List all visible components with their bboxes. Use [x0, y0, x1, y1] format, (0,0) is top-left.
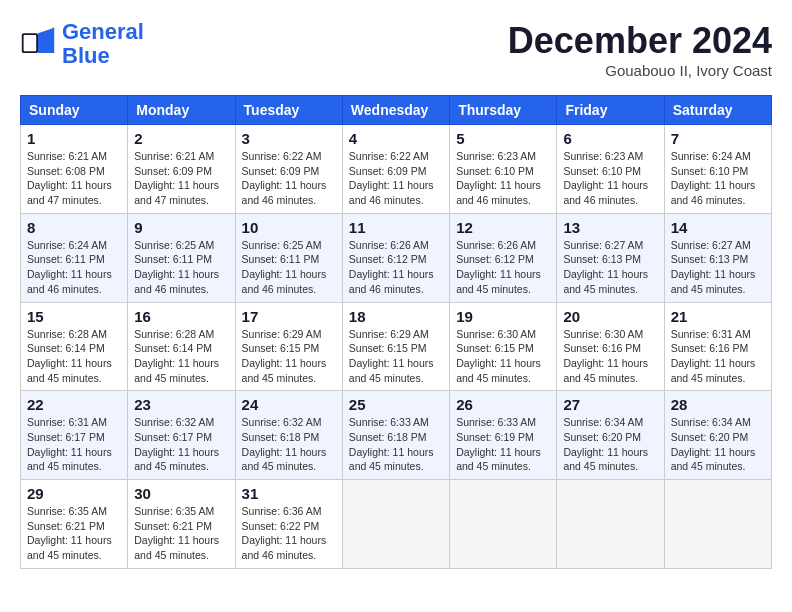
- cell-info: Sunrise: 6:28 AMSunset: 6:14 PMDaylight:…: [27, 327, 121, 386]
- cell-info: Sunrise: 6:25 AMSunset: 6:11 PMDaylight:…: [242, 238, 336, 297]
- cell-date: 11: [349, 219, 443, 236]
- cell-date: 23: [134, 396, 228, 413]
- cell-info: Sunrise: 6:29 AMSunset: 6:15 PMDaylight:…: [349, 327, 443, 386]
- calendar-cell: 7Sunrise: 6:24 AMSunset: 6:10 PMDaylight…: [664, 125, 771, 214]
- cell-info: Sunrise: 6:32 AMSunset: 6:18 PMDaylight:…: [242, 415, 336, 474]
- cell-date: 28: [671, 396, 765, 413]
- cell-info: Sunrise: 6:29 AMSunset: 6:15 PMDaylight:…: [242, 327, 336, 386]
- calendar-week-3: 15Sunrise: 6:28 AMSunset: 6:14 PMDayligh…: [21, 302, 772, 391]
- cell-date: 20: [563, 308, 657, 325]
- weekday-header-row: SundayMondayTuesdayWednesdayThursdayFrid…: [21, 96, 772, 125]
- logo: General Blue: [20, 20, 144, 68]
- cell-date: 17: [242, 308, 336, 325]
- weekday-thursday: Thursday: [450, 96, 557, 125]
- calendar-cell: 26Sunrise: 6:33 AMSunset: 6:19 PMDayligh…: [450, 391, 557, 480]
- calendar-cell: 2Sunrise: 6:21 AMSunset: 6:09 PMDaylight…: [128, 125, 235, 214]
- cell-info: Sunrise: 6:24 AMSunset: 6:11 PMDaylight:…: [27, 238, 121, 297]
- cell-date: 14: [671, 219, 765, 236]
- cell-info: Sunrise: 6:36 AMSunset: 6:22 PMDaylight:…: [242, 504, 336, 563]
- logo-icon: [20, 26, 56, 62]
- cell-date: 6: [563, 130, 657, 147]
- calendar-cell: 5Sunrise: 6:23 AMSunset: 6:10 PMDaylight…: [450, 125, 557, 214]
- cell-info: Sunrise: 6:23 AMSunset: 6:10 PMDaylight:…: [456, 149, 550, 208]
- cell-date: 3: [242, 130, 336, 147]
- cell-info: Sunrise: 6:30 AMSunset: 6:15 PMDaylight:…: [456, 327, 550, 386]
- cell-info: Sunrise: 6:26 AMSunset: 6:12 PMDaylight:…: [349, 238, 443, 297]
- weekday-saturday: Saturday: [664, 96, 771, 125]
- calendar-cell: 6Sunrise: 6:23 AMSunset: 6:10 PMDaylight…: [557, 125, 664, 214]
- cell-date: 24: [242, 396, 336, 413]
- calendar-cell: [664, 480, 771, 569]
- weekday-sunday: Sunday: [21, 96, 128, 125]
- calendar-cell: 13Sunrise: 6:27 AMSunset: 6:13 PMDayligh…: [557, 213, 664, 302]
- calendar-cell: 14Sunrise: 6:27 AMSunset: 6:13 PMDayligh…: [664, 213, 771, 302]
- cell-date: 18: [349, 308, 443, 325]
- calendar-body: 1Sunrise: 6:21 AMSunset: 6:08 PMDaylight…: [21, 125, 772, 569]
- cell-date: 9: [134, 219, 228, 236]
- calendar-cell: 10Sunrise: 6:25 AMSunset: 6:11 PMDayligh…: [235, 213, 342, 302]
- calendar-cell: 30Sunrise: 6:35 AMSunset: 6:21 PMDayligh…: [128, 480, 235, 569]
- cell-date: 5: [456, 130, 550, 147]
- cell-date: 21: [671, 308, 765, 325]
- calendar-cell: 31Sunrise: 6:36 AMSunset: 6:22 PMDayligh…: [235, 480, 342, 569]
- calendar-cell: 25Sunrise: 6:33 AMSunset: 6:18 PMDayligh…: [342, 391, 449, 480]
- cell-date: 10: [242, 219, 336, 236]
- svg-marker-2: [38, 28, 54, 53]
- cell-date: 4: [349, 130, 443, 147]
- cell-date: 8: [27, 219, 121, 236]
- calendar-cell: 12Sunrise: 6:26 AMSunset: 6:12 PMDayligh…: [450, 213, 557, 302]
- cell-info: Sunrise: 6:35 AMSunset: 6:21 PMDaylight:…: [134, 504, 228, 563]
- cell-date: 31: [242, 485, 336, 502]
- cell-info: Sunrise: 6:21 AMSunset: 6:09 PMDaylight:…: [134, 149, 228, 208]
- cell-date: 7: [671, 130, 765, 147]
- cell-info: Sunrise: 6:26 AMSunset: 6:12 PMDaylight:…: [456, 238, 550, 297]
- calendar-cell: 29Sunrise: 6:35 AMSunset: 6:21 PMDayligh…: [21, 480, 128, 569]
- calendar-cell: 20Sunrise: 6:30 AMSunset: 6:16 PMDayligh…: [557, 302, 664, 391]
- calendar-cell: 23Sunrise: 6:32 AMSunset: 6:17 PMDayligh…: [128, 391, 235, 480]
- calendar-cell: 1Sunrise: 6:21 AMSunset: 6:08 PMDaylight…: [21, 125, 128, 214]
- cell-info: Sunrise: 6:31 AMSunset: 6:16 PMDaylight:…: [671, 327, 765, 386]
- cell-date: 13: [563, 219, 657, 236]
- svg-rect-1: [24, 35, 37, 51]
- cell-info: Sunrise: 6:23 AMSunset: 6:10 PMDaylight:…: [563, 149, 657, 208]
- calendar-cell: [342, 480, 449, 569]
- weekday-wednesday: Wednesday: [342, 96, 449, 125]
- cell-info: Sunrise: 6:27 AMSunset: 6:13 PMDaylight:…: [671, 238, 765, 297]
- cell-info: Sunrise: 6:30 AMSunset: 6:16 PMDaylight:…: [563, 327, 657, 386]
- calendar-week-2: 8Sunrise: 6:24 AMSunset: 6:11 PMDaylight…: [21, 213, 772, 302]
- cell-info: Sunrise: 6:22 AMSunset: 6:09 PMDaylight:…: [349, 149, 443, 208]
- cell-info: Sunrise: 6:35 AMSunset: 6:21 PMDaylight:…: [27, 504, 121, 563]
- calendar-cell: 22Sunrise: 6:31 AMSunset: 6:17 PMDayligh…: [21, 391, 128, 480]
- cell-date: 12: [456, 219, 550, 236]
- month-title: December 2024: [508, 20, 772, 62]
- calendar-cell: 17Sunrise: 6:29 AMSunset: 6:15 PMDayligh…: [235, 302, 342, 391]
- cell-date: 15: [27, 308, 121, 325]
- calendar-cell: 19Sunrise: 6:30 AMSunset: 6:15 PMDayligh…: [450, 302, 557, 391]
- cell-date: 16: [134, 308, 228, 325]
- calendar-cell: 11Sunrise: 6:26 AMSunset: 6:12 PMDayligh…: [342, 213, 449, 302]
- calendar-table: SundayMondayTuesdayWednesdayThursdayFrid…: [20, 95, 772, 569]
- calendar-cell: [450, 480, 557, 569]
- cell-info: Sunrise: 6:33 AMSunset: 6:18 PMDaylight:…: [349, 415, 443, 474]
- calendar-cell: 16Sunrise: 6:28 AMSunset: 6:14 PMDayligh…: [128, 302, 235, 391]
- calendar-cell: 21Sunrise: 6:31 AMSunset: 6:16 PMDayligh…: [664, 302, 771, 391]
- cell-date: 30: [134, 485, 228, 502]
- calendar-cell: 28Sunrise: 6:34 AMSunset: 6:20 PMDayligh…: [664, 391, 771, 480]
- cell-info: Sunrise: 6:28 AMSunset: 6:14 PMDaylight:…: [134, 327, 228, 386]
- calendar-cell: 8Sunrise: 6:24 AMSunset: 6:11 PMDaylight…: [21, 213, 128, 302]
- cell-info: Sunrise: 6:33 AMSunset: 6:19 PMDaylight:…: [456, 415, 550, 474]
- cell-date: 19: [456, 308, 550, 325]
- cell-date: 29: [27, 485, 121, 502]
- location-subtitle: Gouabouo II, Ivory Coast: [508, 62, 772, 79]
- calendar-cell: 15Sunrise: 6:28 AMSunset: 6:14 PMDayligh…: [21, 302, 128, 391]
- cell-date: 1: [27, 130, 121, 147]
- cell-date: 2: [134, 130, 228, 147]
- calendar-cell: 27Sunrise: 6:34 AMSunset: 6:20 PMDayligh…: [557, 391, 664, 480]
- calendar-cell: [557, 480, 664, 569]
- cell-info: Sunrise: 6:24 AMSunset: 6:10 PMDaylight:…: [671, 149, 765, 208]
- cell-info: Sunrise: 6:27 AMSunset: 6:13 PMDaylight:…: [563, 238, 657, 297]
- calendar-cell: 18Sunrise: 6:29 AMSunset: 6:15 PMDayligh…: [342, 302, 449, 391]
- cell-date: 27: [563, 396, 657, 413]
- calendar-cell: 3Sunrise: 6:22 AMSunset: 6:09 PMDaylight…: [235, 125, 342, 214]
- calendar-week-4: 22Sunrise: 6:31 AMSunset: 6:17 PMDayligh…: [21, 391, 772, 480]
